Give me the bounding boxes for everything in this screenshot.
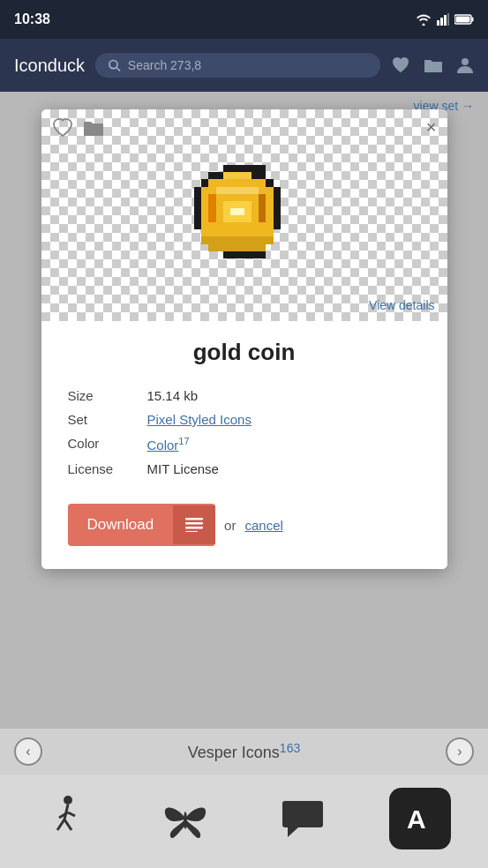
svg-rect-3 — [447, 13, 449, 26]
signal-icon — [437, 13, 449, 26]
status-bar: 10:38 — [0, 0, 488, 39]
svg-rect-17 — [194, 194, 201, 230]
color-superscript: 17 — [178, 436, 189, 446]
modal-info: gold coin Size 15.14 kb Set Pixel Styled… — [41, 321, 447, 569]
font-icon[interactable]: A — [385, 783, 455, 854]
app-title: Iconduck — [14, 56, 85, 76]
svg-rect-6 — [456, 17, 470, 23]
label-size: Size — [68, 384, 147, 408]
svg-point-7 — [109, 60, 117, 68]
set-link[interactable]: Pixel Styled Icons — [147, 412, 252, 427]
nav-bar: Iconduck — [0, 39, 488, 92]
color-link[interactable]: Color — [147, 438, 179, 453]
cancel-link[interactable]: cancel — [244, 518, 282, 533]
svg-rect-0 — [437, 20, 439, 26]
label-set: Set — [68, 408, 147, 431]
search-icon — [108, 58, 121, 72]
next-arrow[interactable]: › — [446, 737, 474, 766]
svg-rect-30 — [208, 244, 266, 251]
modal-actions: Download or cancel — [68, 504, 421, 546]
butterfly-icon[interactable] — [150, 783, 221, 854]
view-details-link[interactable]: View details — [369, 298, 434, 312]
bottom-section: ‹ Vesper Icons163 › — [0, 729, 488, 868]
collection-icon[interactable] — [82, 118, 105, 138]
heart-icon[interactable] — [391, 56, 410, 74]
svg-point-55 — [184, 812, 187, 829]
svg-rect-14 — [266, 179, 273, 186]
speech-icon[interactable] — [267, 783, 338, 854]
modal: × — [41, 109, 447, 569]
value-license: MIT License — [147, 457, 421, 481]
svg-rect-29 — [201, 236, 273, 243]
label-license: License — [68, 457, 147, 481]
status-time: 10:38 — [14, 11, 50, 27]
svg-rect-11 — [208, 172, 222, 179]
label-color: Color — [68, 431, 147, 457]
svg-rect-13 — [201, 179, 208, 186]
modal-toolbar — [52, 118, 105, 138]
svg-line-51 — [57, 819, 64, 830]
folder-icon[interactable] — [423, 56, 444, 74]
table-row: License MIT License — [68, 457, 421, 481]
status-icons — [416, 13, 474, 26]
or-text: or — [224, 518, 236, 533]
svg-point-49 — [64, 796, 72, 804]
bottom-icons-row: A — [0, 774, 488, 868]
svg-rect-10 — [222, 165, 266, 172]
svg-point-9 — [462, 58, 469, 65]
svg-rect-37 — [208, 194, 215, 223]
svg-line-8 — [116, 68, 120, 71]
vesper-label: Vesper Icons — [188, 744, 280, 761]
svg-rect-38 — [259, 194, 266, 223]
svg-rect-47 — [185, 527, 203, 529]
svg-rect-18 — [273, 194, 280, 230]
svg-rect-48 — [185, 531, 198, 532]
svg-rect-15 — [194, 187, 201, 194]
wifi-icon — [416, 13, 432, 26]
svg-line-54 — [68, 812, 75, 816]
value-size: 15.14 kb — [147, 384, 421, 408]
main-content: view set → × — [0, 92, 488, 868]
svg-rect-44 — [229, 208, 244, 215]
user-icon[interactable] — [456, 56, 474, 75]
icon-title: gold coin — [68, 339, 421, 366]
table-row: Set Pixel Styled Icons — [68, 408, 421, 431]
svg-text:A: A — [407, 804, 426, 834]
svg-rect-23 — [222, 251, 266, 258]
vesper-label-row: Vesper Icons163 — [188, 741, 300, 762]
svg-rect-5 — [472, 18, 474, 22]
download-list-icon — [173, 505, 215, 544]
modal-image-area: × — [41, 109, 447, 321]
battery-icon — [454, 14, 474, 25]
prev-arrow[interactable]: ‹ — [14, 737, 42, 766]
nav-actions — [391, 56, 474, 75]
svg-rect-2 — [444, 15, 447, 26]
font-icon-bg: A — [389, 788, 451, 849]
search-input[interactable] — [128, 58, 368, 72]
download-label: Download — [68, 504, 174, 546]
svg-rect-1 — [440, 18, 443, 26]
download-button[interactable]: Download — [68, 504, 216, 546]
svg-rect-12 — [252, 172, 266, 179]
info-table: Size 15.14 kb Set Pixel Styled Icons Col… — [68, 384, 421, 481]
coin-image — [187, 158, 302, 273]
svg-line-52 — [64, 819, 71, 830]
close-button[interactable]: × — [426, 118, 437, 136]
svg-rect-16 — [273, 187, 280, 194]
search-bar[interactable] — [95, 53, 380, 78]
table-row: Size 15.14 kb — [68, 384, 421, 408]
vesper-count: 163 — [280, 741, 300, 755]
svg-rect-45 — [185, 518, 203, 520]
table-row: Color Color17 — [68, 431, 421, 457]
favorite-icon[interactable] — [52, 118, 73, 138]
svg-rect-32 — [208, 179, 266, 186]
svg-rect-40 — [215, 187, 259, 194]
vesper-row: ‹ Vesper Icons163 › — [0, 729, 488, 774]
svg-rect-31 — [222, 172, 252, 179]
walk-icon[interactable] — [33, 783, 103, 854]
svg-rect-46 — [185, 522, 203, 525]
